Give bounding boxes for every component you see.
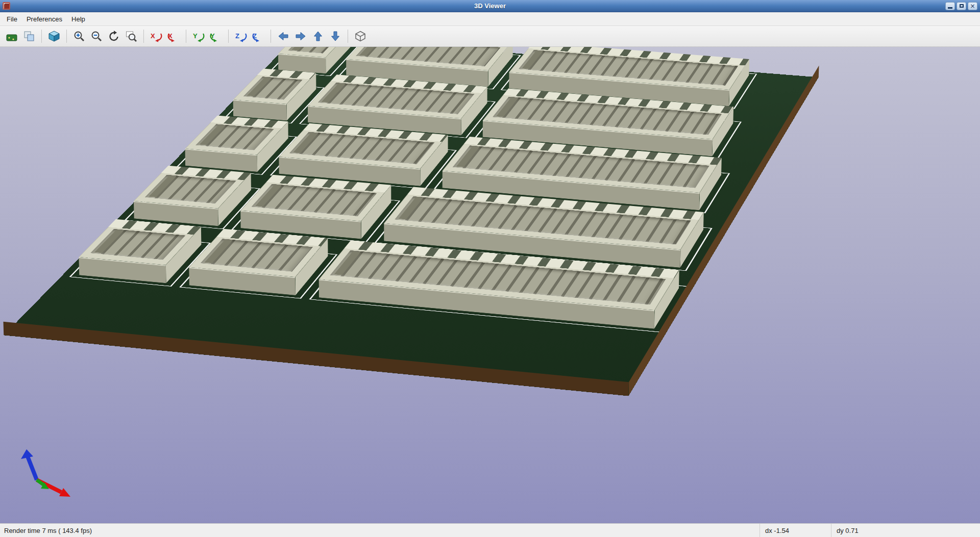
reload-board-button[interactable] xyxy=(4,28,20,44)
move-down-icon xyxy=(329,30,341,42)
axis-orientation-widget xyxy=(11,446,78,502)
view-3d-cube-button[interactable] xyxy=(46,28,62,44)
redraw-icon xyxy=(108,30,120,42)
copy-image-icon xyxy=(23,30,35,42)
redraw-button[interactable] xyxy=(106,28,122,44)
app-icon xyxy=(3,2,10,10)
zoom-in-icon xyxy=(73,30,85,42)
move-right-button[interactable] xyxy=(292,28,309,44)
rotate-z-neg-button[interactable]: Z xyxy=(233,28,249,44)
reload-board-icon xyxy=(6,30,18,42)
connector-row4-2 xyxy=(241,192,391,239)
toolbar-separator xyxy=(186,30,186,43)
rotate-x-pos-icon: X xyxy=(167,30,180,42)
menu-item-file[interactable]: File xyxy=(2,13,22,25)
move-right-icon xyxy=(295,30,307,42)
connector-row3-1 xyxy=(185,132,288,172)
connector-row2-1 xyxy=(233,85,316,120)
cursor-dy-status: dy 0.71 xyxy=(831,524,980,537)
toolbar-separator xyxy=(271,30,271,43)
zoom-fit-button[interactable] xyxy=(123,28,139,44)
connector-row1-1 xyxy=(278,47,353,73)
app-window: 3D Viewer × FilePreferencesHelp XXYYZZ R… xyxy=(0,0,980,537)
toolbar-separator xyxy=(348,30,348,43)
svg-text:Z: Z xyxy=(235,32,239,40)
maximize-icon xyxy=(960,4,964,8)
menu-bar: FilePreferencesHelp xyxy=(0,12,980,26)
connector-row5-2 xyxy=(189,247,328,295)
viewport-3d[interactable]: REF**REF**REF**REF**REF**REF**REF** xyxy=(0,47,980,523)
zoom-fit-icon xyxy=(125,30,137,42)
move-up-icon xyxy=(312,30,324,42)
z-axis-arrow xyxy=(21,449,37,480)
move-down-button[interactable] xyxy=(327,28,344,44)
title-bar[interactable]: 3D Viewer × xyxy=(0,0,980,12)
zoom-in-button[interactable] xyxy=(71,28,87,44)
menu-item-help[interactable]: Help xyxy=(67,13,90,25)
move-left-button[interactable] xyxy=(275,28,291,44)
toolbar-separator xyxy=(66,30,67,43)
svg-text:Y: Y xyxy=(193,32,198,40)
window-controls: × xyxy=(945,2,977,10)
rotate-y-pos-icon: Y xyxy=(210,30,222,42)
close-button[interactable]: × xyxy=(968,2,977,10)
connector-row5-1 xyxy=(79,237,201,284)
copy-image-button[interactable] xyxy=(21,28,37,44)
rotate-z-pos-button[interactable]: Z xyxy=(250,28,266,44)
svg-text:X: X xyxy=(151,32,155,40)
toolbar-separator xyxy=(143,30,144,43)
minimize-button[interactable] xyxy=(945,2,955,10)
zoom-out-button[interactable] xyxy=(88,28,105,44)
maximize-button[interactable] xyxy=(957,2,966,10)
board-edge-near xyxy=(3,322,628,396)
rotate-y-neg-button[interactable]: Y xyxy=(190,28,207,44)
move-left-icon xyxy=(277,30,289,42)
rotate-x-neg-icon: X xyxy=(150,30,162,42)
menu-item-preferences[interactable]: Preferences xyxy=(22,13,67,25)
scene-3d: REF**REF**REF**REF**REF**REF**REF** xyxy=(0,47,980,523)
connector-row5-3 xyxy=(319,259,679,329)
cursor-dx-status: dx -1.54 xyxy=(760,524,831,537)
window-title: 3D Viewer xyxy=(0,2,980,10)
rotate-y-pos-button[interactable]: Y xyxy=(208,28,224,44)
rotate-z-pos-icon: Z xyxy=(252,30,264,42)
rotate-x-pos-button[interactable]: X xyxy=(165,28,182,44)
minimize-icon xyxy=(948,7,952,9)
rotate-x-neg-button[interactable]: X xyxy=(148,28,164,44)
pcb-board: REF**REF**REF**REF**REF**REF**REF** xyxy=(4,47,819,396)
rotate-z-neg-icon: Z xyxy=(235,30,247,42)
status-bar: Render time 7 ms ( 143.4 fps) dx -1.54 d… xyxy=(0,523,980,537)
toolbar: XXYYZZ xyxy=(0,26,980,47)
render-time-status: Render time 7 ms ( 143.4 fps) xyxy=(0,527,760,534)
view-3d-cube-icon xyxy=(48,30,60,42)
rotate-y-neg-icon: Y xyxy=(192,30,205,42)
ortho-view-button[interactable] xyxy=(352,28,369,44)
toolbar-separator xyxy=(228,30,229,43)
move-up-button[interactable] xyxy=(310,28,326,44)
close-icon: × xyxy=(970,3,975,9)
toolbar-separator xyxy=(41,30,42,43)
connector-row4-1 xyxy=(134,183,251,226)
zoom-out-icon xyxy=(90,30,103,42)
ortho-view-icon xyxy=(354,30,366,42)
